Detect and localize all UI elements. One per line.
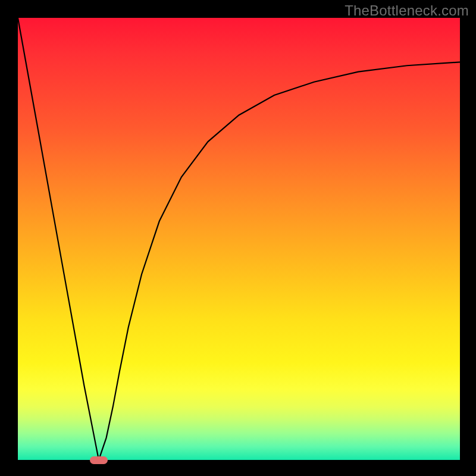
watermark-text: TheBottleneck.com	[345, 2, 469, 19]
optimum-marker	[90, 456, 108, 464]
figure-container: TheBottleneck.com	[0, 0, 476, 476]
plot-area	[18, 18, 460, 460]
bottleneck-curve	[18, 18, 460, 460]
